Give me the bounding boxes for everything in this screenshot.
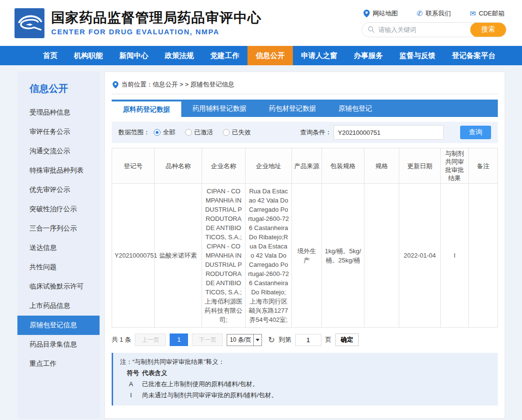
search-bar: 搜索 (362, 22, 507, 37)
mail-icon: ✉ (470, 10, 476, 17)
radio-all[interactable]: 全部 (154, 128, 175, 137)
sidebar-item-accepted-varieties[interactable]: 受理品种信息 (17, 103, 100, 122)
sidebar-item-review-tasks[interactable]: 审评任务公示 (17, 122, 100, 142)
sidebar-item-common-issues[interactable]: 共性问题 (17, 258, 100, 277)
note-meaning-col-label: 代表含义 (142, 368, 167, 378)
tab-api-registration-data[interactable]: 原料药登记数据 (112, 101, 181, 117)
note-title: 注：“与制剂共同审评审批结果”释义： (120, 357, 491, 367)
col-header-variety-name: 品种名称 (155, 148, 202, 184)
sidebar-item-excipient-registration[interactable]: 原辅包登记信息 (17, 316, 100, 335)
sidebar-item-three-in-one[interactable]: 三合一序列公示 (17, 219, 100, 238)
query-condition-label: 查询条件： (300, 128, 332, 137)
sidebar: 信息公开 受理品种信息 审评任务公示 沟通交流公示 特殊审批品种列表 优先审评公… (17, 72, 100, 419)
col-header-packaging-spec: 包装规格 (322, 148, 364, 184)
sitemap-link-label: 网站地图 (373, 9, 398, 18)
dropdown-arrow-icon (253, 334, 261, 346)
cell-remarks (469, 184, 498, 328)
tab-apie-registration[interactable]: 原辅包登记 (327, 100, 383, 117)
note-meaning-a: 已批准在上市制剂使用的原料/辅料/包材。 (142, 379, 259, 389)
sidebar-item-drug-catalog[interactable]: 药品目录集信息 (17, 335, 100, 354)
sidebar-item-delivery-info[interactable]: 送达信息 (17, 238, 100, 258)
nav-item-news[interactable]: 新闻中心 (111, 46, 157, 65)
note-row-a: A 已批准在上市制剂使用的原料/辅料/包材。 (120, 379, 491, 389)
cell-product-source: 境外生产 (292, 184, 322, 328)
content-panel: 当前位置：信息公开 > > 原辅包登记信息 原料药登记数据 药用辅料登记数据 药… (104, 72, 505, 419)
tab-excipient-registration-data[interactable]: 药用辅料登记数据 (181, 100, 258, 117)
cde-mail-link-label: CDE邮箱 (479, 9, 505, 18)
cell-variety-name: 盐酸米诺环素 (155, 184, 202, 328)
sidebar-item-priority-review[interactable]: 优先审评公示 (17, 180, 100, 200)
contact-link-label: 联系我们 (426, 9, 451, 18)
radio-activated[interactable]: 已激活 (185, 128, 213, 137)
prev-page-button[interactable]: 上一页 (135, 333, 166, 346)
location-pin-icon (363, 10, 370, 17)
sidebar-item-special-approval[interactable]: 特殊审批品种列表 (17, 161, 100, 180)
radio-unselected-icon (185, 129, 192, 136)
note-symbol-col-label: 符号 (120, 368, 142, 378)
tab-packaging-registration-data[interactable]: 药包材登记数据 (258, 100, 327, 117)
search-input[interactable] (375, 26, 470, 33)
cell-company-address: Rua Da Estacao 42 Vala Do Carregado Port… (246, 184, 292, 328)
site-subtitle: CENTER FOR DRUG EVALUATION, NMPA (51, 28, 261, 36)
radio-expired[interactable]: 已失效 (223, 128, 251, 137)
query-condition-input[interactable] (334, 125, 444, 140)
page-number-1[interactable]: 1 (170, 333, 188, 346)
note-row-i: I 尚未通过与制剂共同审评审批的原料/辅料/包材。 (120, 391, 491, 400)
search-button[interactable]: 搜索 (470, 22, 506, 37)
sitemap-link[interactable]: 网站地图 (363, 9, 398, 18)
radio-all-label: 全部 (163, 128, 175, 137)
nav-item-applicant-window[interactable]: 申请人之窗 (293, 46, 346, 65)
col-header-remarks: 备注 (469, 148, 498, 184)
nav-item-info-disclosure[interactable]: 信息公开 (247, 46, 293, 65)
jump-to-label: 到第 (279, 335, 291, 344)
nav-item-services[interactable]: 办事服务 (346, 46, 391, 65)
radio-expired-label: 已失效 (232, 128, 251, 137)
tab-strip: 原料药登记数据 药用辅料登记数据 药包材登记数据 原辅包登记 (112, 100, 498, 117)
col-header-company-name: 企业名称 (202, 148, 246, 184)
cell-registration-no: Y20210000751 (112, 184, 155, 328)
radio-selected-icon (154, 129, 160, 136)
data-range-label: 数据范围： (118, 128, 150, 137)
query-button[interactable]: 查询 (460, 126, 491, 139)
site-header: 国家药品监督管理局药品审评中心 CENTER FOR DRUG EVALUATI… (0, 0, 522, 46)
col-header-update-date: 更新日期 (399, 148, 441, 184)
nav-item-policy[interactable]: 政策法规 (157, 46, 202, 65)
main-nav: 首页 机构职能 新闻中心 政策法规 党建工作 信息公开 申请人之窗 办事服务 监… (0, 46, 522, 65)
radio-unselected-icon (223, 129, 230, 136)
note-symbol-a: A (120, 379, 142, 389)
sidebar-item-clinical-trial-permit[interactable]: 临床试验默示许可 (17, 277, 100, 296)
note-column-header: 符号 代表含义 (120, 368, 491, 378)
cell-joint-review-result: I (441, 184, 469, 328)
nav-item-supervision[interactable]: 监督与反馈 (391, 46, 444, 65)
cell-update-date: 2022-01-04 (399, 184, 441, 328)
sidebar-item-communication[interactable]: 沟通交流公示 (17, 142, 100, 161)
col-header-registration-no: 登记号 (112, 148, 155, 184)
refresh-icon[interactable]: ↻ (268, 335, 275, 345)
registration-table: 登记号 品种名称 企业名称 企业地址 产品来源 包装规格 规格 更新日期 与制剂… (112, 148, 498, 328)
filter-bar: 数据范围： 全部 已激活 已失效 查询条件： 查询 (112, 122, 498, 143)
nav-item-registration-platform[interactable]: 登记备案平台 (444, 46, 504, 65)
pagination: 共 1 条 上一页 1 下一页 10 条/页 ↻ 到第 页 确定 (112, 333, 498, 346)
main-area: 信息公开 受理品种信息 审评任务公示 沟通交流公示 特殊审批品种列表 优先审评公… (0, 65, 522, 420)
phone-icon: ✆ (417, 10, 423, 17)
table-row: Y20210000751 盐酸米诺环素 CIPAN - COMPANHIA IN… (112, 184, 498, 328)
confirm-button[interactable]: 确定 (335, 333, 359, 346)
cell-spec (364, 184, 399, 328)
jump-page-input[interactable] (295, 334, 321, 346)
contact-link[interactable]: ✆ 联系我们 (417, 9, 451, 18)
nav-item-home[interactable]: 首页 (35, 46, 66, 65)
cde-logo-icon (14, 8, 44, 38)
sidebar-item-breakthrough-therapy[interactable]: 突破性治疗公示 (17, 200, 100, 219)
cde-mail-link[interactable]: ✉ CDE邮箱 (470, 9, 505, 18)
nav-item-party[interactable]: 党建工作 (202, 46, 247, 65)
cell-packaging-spec: 1kg/桶。5kg/桶。25kg/桶 (322, 184, 364, 328)
sidebar-item-key-work[interactable]: 重点工作 (17, 354, 100, 374)
next-page-button[interactable]: 下一页 (192, 333, 223, 346)
page-size-select[interactable]: 10 条/页 (227, 334, 262, 346)
header-right: 网站地图 ✆ 联系我们 ✉ CDE邮箱 搜索 (362, 9, 507, 37)
nav-item-functions[interactable]: 机构职能 (66, 46, 111, 65)
sidebar-item-marketed-drugs[interactable]: 上市药品信息 (17, 296, 100, 316)
page-size-value: 10 条/页 (227, 336, 253, 344)
site-title: 国家药品监督管理局药品审评中心 (51, 10, 261, 26)
col-header-joint-review-result: 与制剂共同审批审批结果 (441, 148, 469, 184)
